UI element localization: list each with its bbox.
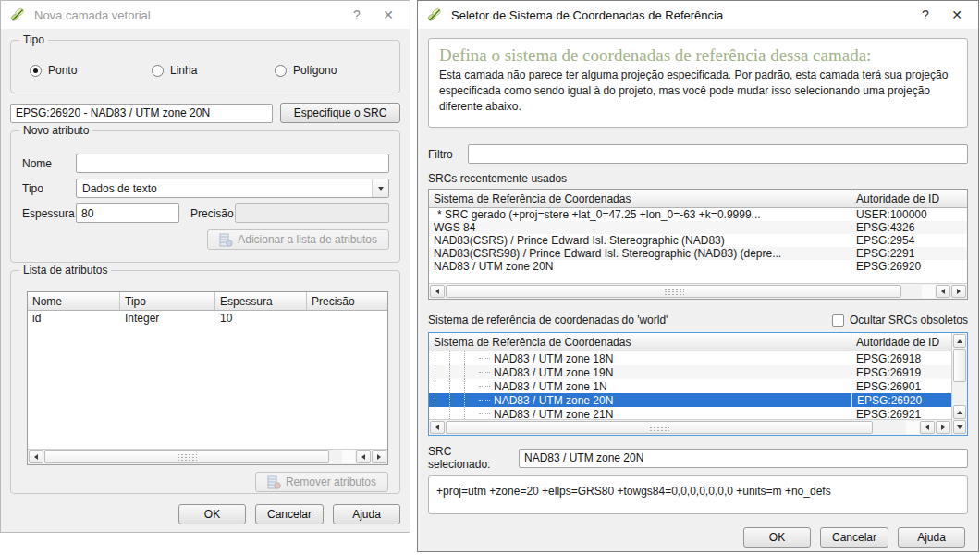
recent-row[interactable]: NAD83(CSRS98) / Prince Edward Isl. Stere… xyxy=(429,247,967,260)
radio-line-dot xyxy=(152,65,164,77)
scroll-left-button[interactable] xyxy=(430,285,445,298)
crs-field[interactable] xyxy=(10,104,273,123)
type-groupbox: Tipo Ponto Linha Polígono xyxy=(10,40,400,93)
cell-crs: WGS 84 xyxy=(429,221,851,234)
world-row-selected[interactable]: NAD83 / UTM zone 20N EPSG:26920 xyxy=(429,393,951,407)
hide-deprecated-label: Ocultar SRCs obsoletos xyxy=(850,314,968,327)
cell-authority: EPSG:26901 xyxy=(851,379,951,393)
dialog-title: Seletor de Sistema de Coordenadas de Ref… xyxy=(451,8,910,22)
attribute-width-input[interactable] xyxy=(76,204,179,223)
scroll-down-button[interactable] xyxy=(953,420,966,434)
world-row[interactable]: NAD83 / UTM zone 18N EPSG:26918 xyxy=(429,352,951,365)
radio-line[interactable]: Linha xyxy=(152,64,275,77)
hide-deprecated-checkbox[interactable]: Ocultar SRCs obsoletos xyxy=(832,314,968,327)
help-title-button[interactable]: ? xyxy=(341,3,373,27)
col-crs[interactable]: Sistema de Referência de Coordenadas xyxy=(429,333,851,351)
remove-attributes-label: Remover atributos xyxy=(286,475,376,488)
scrollbar-thumb[interactable] xyxy=(953,349,966,382)
width-label: Espessura xyxy=(22,207,76,220)
scroll-up-button-2[interactable] xyxy=(953,405,966,419)
cell-crs: NAD83 / UTM zone 1N xyxy=(490,380,611,393)
scrollbar-thumb[interactable] xyxy=(446,421,873,434)
scrollbar-thumb[interactable] xyxy=(446,285,901,298)
horizontal-scrollbar[interactable] xyxy=(429,283,967,299)
crs-selector-dialog: Seletor de Sistema de Coordenadas de Ref… xyxy=(417,0,979,552)
cancel-button[interactable]: Cancelar xyxy=(820,527,888,548)
cell-authority: EPSG:26920 xyxy=(851,260,967,273)
cell-authority: EPSG:26920 xyxy=(851,393,951,407)
ok-button[interactable]: OK xyxy=(178,504,246,524)
proj4-definition: +proj=utm +zone=20 +ellps=GRS80 +towgs84… xyxy=(428,475,968,514)
col-width[interactable]: Espessura xyxy=(215,292,307,310)
radio-polygon[interactable]: Polígono xyxy=(275,64,337,77)
close-icon[interactable]: ✕ xyxy=(373,3,404,27)
recent-table-header: Sistema de Referência de Coordenadas Aut… xyxy=(429,190,967,208)
world-row[interactable]: NAD83 / UTM zone 19N EPSG:26919 xyxy=(429,365,951,379)
filter-input[interactable] xyxy=(468,144,968,164)
col-precision[interactable]: Precisão xyxy=(307,292,387,310)
new-vector-layer-dialog: Nova camada vetorial ? ✕ Tipo Ponto Linh… xyxy=(0,0,410,533)
cell-authority: EPSG:2291 xyxy=(851,247,967,260)
table-x-icon xyxy=(267,475,281,489)
radio-point[interactable]: Ponto xyxy=(30,64,152,77)
radio-line-label: Linha xyxy=(170,64,197,77)
cell-crs: NAD83 / UTM zone 20N xyxy=(429,260,851,273)
specify-crs-button[interactable]: Especifique o SRC xyxy=(280,103,400,123)
world-table-header: Sistema de Referência de Coordenadas Aut… xyxy=(429,333,951,352)
help-button[interactable]: Ajuda xyxy=(333,504,400,524)
help-title-button[interactable]: ? xyxy=(910,3,941,27)
cell-precision xyxy=(307,311,387,326)
col-authority[interactable]: Autoridade de ID xyxy=(851,190,967,207)
attribute-type-select[interactable]: Dados de texto xyxy=(76,179,389,198)
help-button[interactable]: Ajuda xyxy=(898,527,965,548)
table-row[interactable]: id Integer 10 xyxy=(28,311,387,326)
scrollbar-thumb[interactable] xyxy=(44,450,329,463)
cell-crs: NAD83 / UTM zone 19N xyxy=(490,366,617,379)
type-label: Tipo xyxy=(22,182,76,195)
scroll-right-button[interactable] xyxy=(936,421,950,434)
scroll-right-button[interactable] xyxy=(951,285,966,298)
qgis-logo-icon xyxy=(426,6,443,23)
horizontal-scrollbar[interactable] xyxy=(429,419,951,435)
cell-crs: NAD83 / UTM zone 18N xyxy=(490,352,617,365)
col-type[interactable]: Tipo xyxy=(120,292,215,310)
close-icon[interactable]: ✕ xyxy=(941,3,973,27)
vertical-scrollbar[interactable] xyxy=(951,333,967,435)
radio-point-dot xyxy=(30,65,42,77)
radio-polygon-dot xyxy=(275,65,287,77)
world-row[interactable]: NAD83 / UTM zone 1N EPSG:26901 xyxy=(429,379,951,393)
scroll-left-button-2[interactable] xyxy=(920,421,935,434)
attribute-name-input[interactable] xyxy=(76,154,389,173)
add-attribute-button: Adicionar a lista de atributos xyxy=(207,229,389,250)
recent-row[interactable]: WGS 84 EPSG:4326 xyxy=(429,221,967,234)
titlebar[interactable]: Seletor de Sistema de Coordenadas de Ref… xyxy=(418,1,978,29)
attribute-type-value: Dados de texto xyxy=(82,182,157,195)
cell-authority: EPSG:26921 xyxy=(851,407,951,419)
col-name[interactable]: Nome xyxy=(28,292,120,310)
scroll-left-button[interactable] xyxy=(430,421,445,434)
recent-row[interactable]: NAD83 / UTM zone 20N EPSG:26920 xyxy=(429,260,967,273)
chevron-down-icon xyxy=(372,179,388,197)
table-plus-icon xyxy=(219,233,233,247)
recent-row[interactable]: NAD83(CSRS) / Prince Edward Isl. Stereog… xyxy=(429,234,967,247)
scroll-up-button[interactable] xyxy=(953,334,966,348)
horizontal-scrollbar[interactable] xyxy=(28,449,387,464)
attribute-list-group-label: Lista de atributos xyxy=(19,264,111,277)
scroll-left-button-2[interactable] xyxy=(936,285,950,298)
titlebar[interactable]: Nova camada vetorial ? ✕ xyxy=(1,1,410,29)
cancel-button[interactable]: Cancelar xyxy=(255,504,324,524)
world-row[interactable]: NAD83 / UTM zone 21N EPSG:26921 xyxy=(429,407,951,419)
recent-crs-table: Sistema de Referência de Coordenadas Aut… xyxy=(428,189,968,300)
cell-type: Integer xyxy=(120,311,215,326)
col-authority[interactable]: Autoridade de ID xyxy=(851,333,951,351)
col-crs[interactable]: Sistema de Referência de Coordenadas xyxy=(429,190,851,207)
scroll-left-button-2[interactable] xyxy=(356,450,371,463)
recent-row[interactable]: * SRC gerado (+proj=stere +lat_0=47.25 +… xyxy=(429,208,967,221)
world-crs-label: Sistema de referência de coordenadas do … xyxy=(428,314,668,327)
scroll-right-button[interactable] xyxy=(372,450,386,463)
attribute-table: Nome Tipo Espessura Precisão id Integer … xyxy=(27,291,388,465)
new-attribute-groupbox: Novo atributo Nome Tipo Dados de texto E… xyxy=(10,130,400,263)
ok-button[interactable]: OK xyxy=(743,527,811,548)
selected-crs-field[interactable] xyxy=(519,449,968,468)
scroll-left-button[interactable] xyxy=(29,450,43,463)
